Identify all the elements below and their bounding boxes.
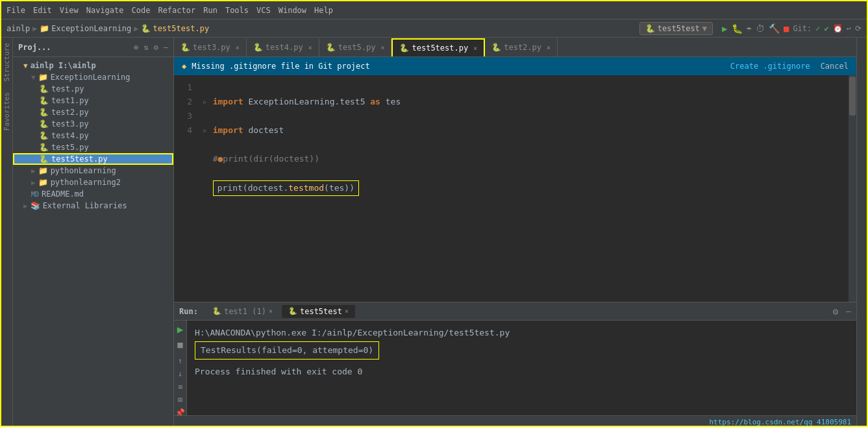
bottom-settings-icon[interactable]: ⚙ — [833, 306, 838, 317]
menu-run[interactable]: Run — [203, 6, 217, 15]
tree-item-pythonlearning[interactable]: ▶ 📁 pythonLearning — [13, 165, 173, 177]
run-config-selector[interactable]: 🐍 test5test ▼ — [639, 22, 713, 35]
menu-edit[interactable]: Edit — [33, 6, 52, 15]
breadcrumb-project[interactable]: ainlp — [6, 24, 30, 33]
menu-items: File Edit View Navigate Code Refactor Ru… — [6, 6, 333, 15]
tab-test4[interactable]: 🐍 test4.py × — [247, 38, 319, 56]
bottom-panel: Run: 🐍 test1 (1) × 🐍 test5test × ⚙ — — [174, 302, 856, 427]
run-play-button[interactable]: ▶ — [177, 323, 184, 336]
tree-item-test5[interactable]: 🐍 test5.py — [13, 141, 173, 153]
content-area: 🐍 test3.py × 🐍 test4.py × 🐍 test5.py × 🐍 — [174, 38, 856, 427]
bottom-tab-test5test[interactable]: 🐍 test5test × — [282, 305, 355, 318]
git-area: Git: ✓ ✔ ⏰ ↩ ⟳ — [793, 24, 862, 33]
debug-button[interactable]: 🐛 — [732, 23, 743, 34]
code-content[interactable]: ▹ import ExceptionLearning.test5 as tes … — [197, 75, 849, 302]
py-icon-test2: 🐍 — [39, 108, 49, 117]
tab-close-test3[interactable]: × — [236, 44, 240, 51]
menu-refactor[interactable]: Refactor — [158, 6, 195, 15]
run-button[interactable]: ▶ — [722, 23, 727, 34]
tab-icon-test3: 🐍 — [180, 43, 190, 52]
menu-view[interactable]: View — [60, 6, 79, 15]
breadcrumb-folder[interactable]: 📁 ExceptionLearning — [40, 24, 131, 33]
run-config-label: test5test — [658, 24, 700, 33]
git-clock[interactable]: ⏰ — [833, 24, 843, 33]
profile-button[interactable]: ⏱ — [756, 23, 765, 34]
notification-actions: Create .gitignore Cancel — [730, 62, 849, 71]
tree-item-root[interactable]: ▼ ainlp I:\ainlp — [13, 60, 173, 71]
git-check2[interactable]: ✔ — [825, 24, 829, 33]
tree-item-test5test[interactable]: 🐍 test5test.py — [13, 153, 173, 165]
tab-test2[interactable]: 🐍 test2.py × — [485, 38, 558, 56]
menu-window[interactable]: Window — [279, 6, 306, 15]
tab-close-test4[interactable]: × — [308, 44, 312, 51]
run-wrap-icon[interactable]: ≡ — [178, 382, 182, 391]
run-stop-button[interactable]: ■ — [177, 339, 182, 350]
toolbar-buttons: ▶ 🐛 ☂ ⏱ 🔨 ■ — [722, 23, 789, 34]
sidebar-expand-icon[interactable]: ⇅ — [143, 43, 148, 52]
expand-arrow: ▼ — [31, 73, 36, 82]
sidebar-icons: ⊕ ⇅ ⚙ — — [134, 43, 168, 52]
favorites-tab[interactable]: Favorites — [1, 87, 12, 136]
editor-scrollbar[interactable] — [849, 75, 856, 302]
tab-test5test[interactable]: 🐍 test5test.py × — [391, 38, 485, 56]
cancel-button[interactable]: Cancel — [821, 62, 849, 71]
git-check1[interactable]: ✓ — [815, 24, 820, 33]
run-filter-icon[interactable]: ⊞ — [178, 395, 182, 404]
menu-navigate[interactable]: Navigate — [86, 6, 124, 15]
file-tabs: 🐍 test3.py × 🐍 test4.py × 🐍 test5.py × 🐍 — [174, 38, 856, 57]
bottom-tab-test1[interactable]: 🐍 test1 (1) × — [206, 305, 279, 318]
expand-arrow-pl2: ▶ — [31, 178, 36, 187]
sidebar-minimize-icon[interactable]: — — [164, 43, 168, 52]
breadcrumb: ainlp ▶ 📁 ExceptionLearning ▶ 🐍 test5tes… — [6, 24, 209, 33]
git-label: Git: — [793, 24, 812, 33]
menu-help[interactable]: Help — [314, 6, 333, 15]
menu-vcs[interactable]: VCS — [256, 6, 271, 15]
project-tree: ▼ ainlp I:\ainlp ▼ 📁 ExceptionLearning 🐍… — [13, 57, 173, 427]
structure-tab[interactable]: Structure — [1, 38, 12, 87]
tree-item-test[interactable]: 🐍 test.py — [13, 83, 173, 95]
git-undo[interactable]: ↩ — [847, 24, 851, 33]
bottom-tab-close-test5test[interactable]: × — [345, 308, 349, 315]
tab-close-test5[interactable]: × — [380, 44, 384, 51]
py-icon-test5: 🐍 — [39, 143, 49, 152]
menu-code[interactable]: Code — [132, 6, 151, 15]
run-pin-icon[interactable]: 📌 — [175, 408, 185, 415]
tab-close-test5test[interactable]: × — [473, 45, 477, 52]
notification-bar: ◆ Missing .gitignore file in Git project… — [174, 57, 856, 75]
sidebar-settings-icon[interactable]: ⚙ — [154, 43, 158, 52]
coverage-button[interactable]: ☂ — [747, 23, 752, 34]
sidebar-locate-icon[interactable]: ⊕ — [134, 43, 138, 52]
bottom-minimize-icon[interactable]: — — [846, 306, 851, 316]
file-icon: 🐍 — [141, 24, 151, 33]
tree-item-exceptionlearning[interactable]: ▼ 📁 ExceptionLearning — [13, 71, 173, 83]
git-arrow[interactable]: ⟳ — [855, 24, 862, 33]
py-icon-test1: 🐍 — [39, 96, 49, 105]
tab-label-test5test: test5test.py — [412, 43, 468, 53]
run-controls: ▶ ■ ↑ ↓ ≡ ⊞ 📌 — [174, 321, 187, 415]
tab-test5[interactable]: 🐍 test5.py × — [319, 38, 392, 56]
menu-file[interactable]: File — [6, 6, 25, 15]
tree-item-test2[interactable]: 🐍 test2.py — [13, 106, 173, 118]
tree-item-readme[interactable]: MD README.md — [13, 188, 173, 200]
tree-item-test3[interactable]: 🐍 test3.py — [13, 118, 173, 130]
stop-button[interactable]: ■ — [784, 23, 789, 34]
url-bar: https://blog.csdn.net/qq_41805981 — [174, 415, 856, 427]
create-gitignore-button[interactable]: Create .gitignore — [730, 62, 810, 71]
tab-label-test5: test5.py — [338, 43, 376, 52]
build-button[interactable]: 🔨 — [769, 23, 780, 34]
tree-item-pythonlearning2[interactable]: ▶ 📁 pythonlearning2 — [13, 177, 173, 188]
tree-label-extlibs: External Libraries — [43, 201, 127, 210]
fold-arrow-2: ▹ — [203, 125, 213, 135]
tree-item-test4[interactable]: 🐍 test4.py — [13, 130, 173, 141]
tab-test3[interactable]: 🐍 test3.py × — [174, 38, 247, 56]
tab-icon-test5test-run: 🐍 — [288, 307, 297, 315]
tree-item-extlibs[interactable]: ▶ 📚 External Libraries — [13, 200, 173, 212]
breadcrumb-file[interactable]: 🐍 test5test.py — [141, 24, 209, 33]
tree-item-test1[interactable]: 🐍 test1.py — [13, 95, 173, 106]
run-scroll-up[interactable]: ↑ — [178, 356, 182, 365]
run-scroll-down[interactable]: ↓ — [178, 369, 182, 378]
tab-close-test2[interactable]: × — [547, 44, 551, 51]
menu-tools[interactable]: Tools — [225, 6, 249, 15]
run-config-arrow: ▼ — [702, 24, 707, 33]
bottom-tab-close-test1[interactable]: × — [269, 308, 273, 315]
